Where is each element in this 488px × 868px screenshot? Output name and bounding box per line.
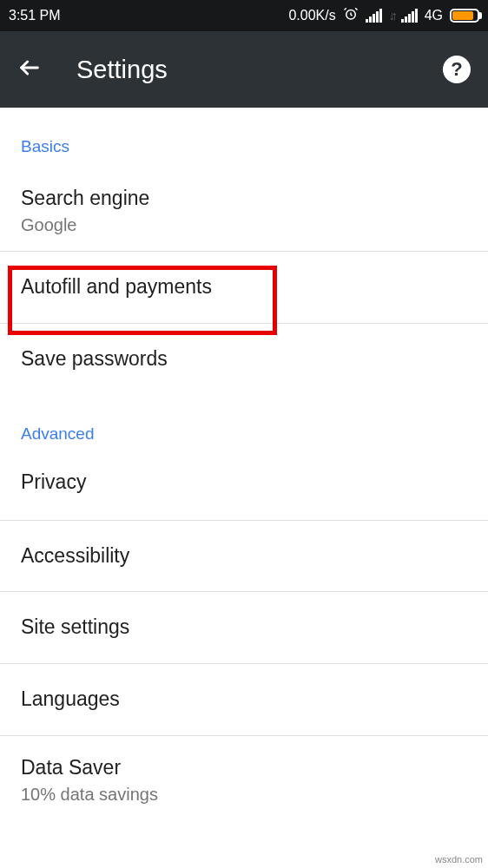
setting-title: Data Saver (21, 755, 467, 781)
settings-list: Basics Search engine Google Autofill and… (0, 108, 488, 820)
status-bar: 3:51 PM 0.00K/s ↓↑ 4G (0, 0, 488, 31)
alarm-icon (343, 6, 359, 25)
watermark: wsxdn.com (435, 854, 483, 865)
setting-title: Site settings (21, 615, 467, 641)
setting-accessibility[interactable]: Accessibility (0, 521, 488, 593)
data-transfer-icon: ↓↑ (389, 9, 394, 23)
section-header-basics: Basics (0, 108, 488, 170)
signal-icon-1 (366, 9, 382, 23)
setting-data-saver[interactable]: Data Saver 10% data savings (0, 736, 488, 820)
setting-title: Save passwords (21, 346, 467, 372)
help-button[interactable]: ? (443, 56, 471, 83)
help-icon: ? (451, 58, 462, 81)
setting-title: Search engine (21, 186, 467, 212)
setting-title: Autofill and payments (21, 274, 467, 300)
setting-site-settings[interactable]: Site settings (0, 592, 488, 664)
page-title: Settings (76, 56, 408, 84)
setting-title: Languages (21, 687, 467, 713)
section-header-advanced: Advanced (0, 395, 488, 457)
app-bar: Settings ? (0, 31, 488, 108)
setting-title: Accessibility (21, 543, 467, 569)
setting-privacy[interactable]: Privacy (0, 457, 488, 521)
back-button[interactable] (17, 56, 42, 83)
setting-value: 10% data savings (21, 785, 467, 805)
setting-languages[interactable]: Languages (0, 664, 488, 736)
clock-text: 3:51 PM (9, 8, 61, 23)
battery-icon (450, 9, 479, 23)
status-time: 3:51 PM (9, 8, 61, 23)
status-indicators: 0.00K/s ↓↑ 4G (288, 6, 479, 25)
network-type: 4G (425, 8, 443, 23)
setting-autofill-payments[interactable]: Autofill and payments (0, 252, 488, 324)
setting-value: Google (21, 215, 467, 235)
setting-title: Privacy (21, 470, 467, 496)
setting-search-engine[interactable]: Search engine Google (0, 170, 488, 252)
data-rate: 0.00K/s (288, 8, 335, 23)
signal-icon-2 (401, 9, 418, 23)
setting-save-passwords[interactable]: Save passwords (0, 324, 488, 395)
